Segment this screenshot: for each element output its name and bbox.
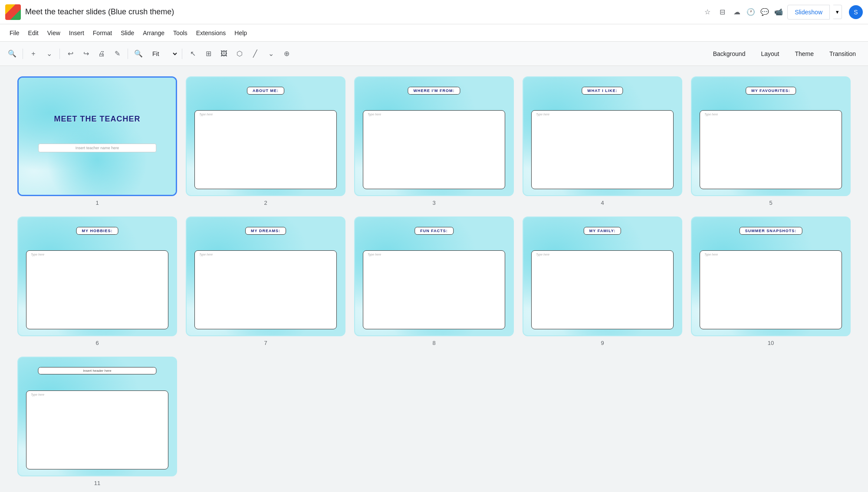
slide-type-here: Type here [31, 253, 44, 256]
toolbar: 🔍 + ⌄ ↩ ↪ 🖨 ✎ 🔍 Fit 50% 75% 100% ↖ ⊞ 🖼 ⬡… [0, 42, 868, 66]
slide-wrapper-3: WHERE I'M FROM:Type here3 [354, 76, 514, 206]
print-button[interactable]: 🖨 [95, 47, 108, 61]
transition-button[interactable]: Transition [822, 47, 863, 61]
line-dropdown[interactable]: ⌄ [264, 47, 278, 61]
video-icon[interactable]: 📹 [773, 7, 784, 17]
separator [23, 49, 23, 59]
slide-header: MY HOBBIES: [76, 227, 118, 235]
separator [128, 49, 128, 59]
slide-wrapper-11: Insert header hereType here11 [17, 357, 177, 486]
slide-card-10[interactable]: SUMMER SNAPSHOTS:Type here [691, 216, 851, 336]
slide-content-box [194, 250, 337, 329]
slide-card-11[interactable]: Insert header hereType here [17, 357, 177, 476]
slide-card-2[interactable]: ABOUT ME:Type here [186, 76, 345, 196]
slide-card-6[interactable]: MY HOBBIES:Type here [17, 216, 177, 336]
slide-card-8[interactable]: FUN FACTS:Type here [354, 216, 514, 336]
user-avatar[interactable]: S [849, 5, 863, 19]
slide-wrapper-2: ABOUT ME:Type here2 [186, 76, 345, 206]
paintformat-button[interactable]: ✎ [110, 47, 124, 61]
toolbar-right: Background Layout Theme Transition [706, 47, 863, 61]
slide-bg [19, 78, 176, 195]
slide-number: 5 [769, 200, 772, 206]
slideshow-dropdown[interactable]: ▾ [833, 5, 842, 19]
slide-type-here: Type here [31, 393, 44, 396]
slide-content-box [700, 110, 842, 189]
slide-wrapper-1: MEET THE TEACHERInsert teacher name here… [17, 76, 177, 206]
document-title: Meet the teacher slides (Blue crush them… [25, 7, 702, 16]
slide-wrapper-8: FUN FACTS:Type here8 [354, 216, 514, 346]
menu-edit[interactable]: Edit [24, 24, 43, 41]
menu-extensions[interactable]: Extensions [192, 24, 230, 41]
slide-type-here: Type here [704, 113, 718, 116]
slide-card-5[interactable]: MY FAVOURITES:Type here [691, 76, 851, 196]
slide-header-placeholder: Insert header here [38, 367, 157, 374]
title-icons: ☆ ⊟ ☁ [702, 7, 742, 17]
slide-header: MY FAVOURITES: [746, 87, 796, 95]
search-button[interactable]: 🔍 [5, 47, 19, 61]
slide-header: ABOUT ME: [247, 87, 284, 95]
slide-type-here: Type here [199, 113, 213, 116]
slide-wrapper-7: MY DREAMS:Type here7 [186, 216, 345, 346]
shape-tool[interactable]: ⬡ [233, 47, 247, 61]
menu-help[interactable]: Help [230, 24, 251, 41]
slide-card-3[interactable]: WHERE I'M FROM:Type here [354, 76, 514, 196]
slide-content-box [363, 110, 505, 189]
textbox-tool[interactable]: ⊞ [201, 47, 215, 61]
folder-icon[interactable]: ⊟ [717, 7, 727, 17]
slide-number: 2 [264, 200, 267, 206]
redo-button[interactable]: ↪ [79, 47, 93, 61]
slides-container: MEET THE TEACHERInsert teacher name here… [0, 66, 868, 492]
cloud-icon[interactable]: ☁ [732, 7, 742, 17]
undo-button[interactable]: ↩ [63, 47, 77, 61]
image-tool[interactable]: 🖼 [217, 47, 231, 61]
zoom-button[interactable]: 🔍 [132, 47, 145, 61]
menu-arrange[interactable]: Arrange [138, 24, 169, 41]
separator [182, 49, 182, 59]
line-tool[interactable]: ╱ [248, 47, 262, 61]
slides-grid: MEET THE TEACHERInsert teacher name here… [17, 76, 851, 486]
slide-content-box [531, 250, 674, 329]
comment-icon[interactable]: 💬 [760, 7, 770, 17]
slide-number: 6 [95, 340, 99, 346]
slide-type-here: Type here [536, 113, 549, 116]
select-tool[interactable]: ↖ [186, 47, 200, 61]
slide-content-box [531, 110, 674, 189]
menu-tools[interactable]: Tools [169, 24, 192, 41]
layout-button[interactable]: Layout [754, 47, 786, 61]
background-button[interactable]: Background [706, 47, 753, 61]
separator [59, 49, 60, 59]
slide-number: 10 [768, 340, 774, 346]
menu-file[interactable]: File [5, 24, 24, 41]
slide-card-9[interactable]: MY FAMILY:Type here [523, 216, 682, 336]
add-button[interactable]: + [26, 47, 40, 61]
slide-number: 4 [601, 200, 604, 206]
slide-wrapper-4: WHAT I LIKE:Type here4 [523, 76, 682, 206]
menu-format[interactable]: Format [89, 24, 116, 41]
slide-wrapper-6: MY HOBBIES:Type here6 [17, 216, 177, 346]
menu-insert[interactable]: Insert [65, 24, 89, 41]
slide-number: 11 [94, 480, 100, 486]
theme-button[interactable]: Theme [788, 47, 821, 61]
slide-card-7[interactable]: MY DREAMS:Type here [186, 216, 345, 336]
title-bar: Meet the teacher slides (Blue crush them… [0, 0, 868, 24]
menu-slide[interactable]: Slide [116, 24, 138, 41]
slide-card-1[interactable]: MEET THE TEACHERInsert teacher name here [17, 76, 177, 196]
slide-type-here: Type here [536, 253, 549, 256]
slide-card-4[interactable]: WHAT I LIKE:Type here [523, 76, 682, 196]
link-tool[interactable]: ⊕ [279, 47, 293, 61]
zoom-select[interactable]: Fit 50% 75% 100% [147, 48, 178, 59]
slide-number: 1 [95, 200, 99, 206]
menu-view[interactable]: View [43, 24, 65, 41]
slide-content-box [26, 390, 168, 469]
slide-name-placeholder: Insert teacher name here [38, 144, 156, 152]
slide-type-here: Type here [368, 113, 381, 116]
history-icon[interactable]: 🕐 [746, 7, 756, 17]
slide-wrapper-9: MY FAMILY:Type here9 [523, 216, 682, 346]
slide-header: FUN FACTS: [414, 227, 454, 235]
slide-header: WHERE I'M FROM: [408, 87, 460, 95]
slideshow-button[interactable]: Slideshow [787, 5, 830, 20]
star-icon[interactable]: ☆ [702, 7, 713, 17]
slide-type-here: Type here [368, 253, 381, 256]
slide-content-box [700, 250, 842, 329]
more-button[interactable]: ⌄ [42, 47, 56, 61]
